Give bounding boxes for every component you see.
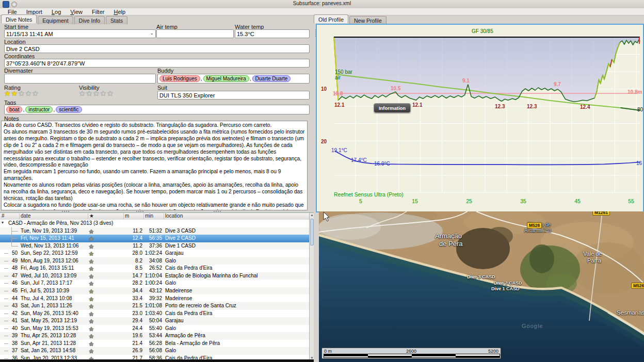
- road-badge: M526: [631, 283, 644, 289]
- air-temp-input[interactable]: [156, 29, 234, 38]
- notes-textarea[interactable]: Aula do curso CASD. Transectos c/video e…: [1, 121, 308, 210]
- start-time-combo[interactable]: 11/15/13 11:41 AM ⌄: [4, 29, 156, 38]
- table-row[interactable]: 44Thu, Jul 4, 2013 10:08★★★★★33.439:32Ma…: [0, 295, 309, 303]
- table-row[interactable]: 45Fri, Jul 5, 2013 10:39★★★★★34.443:12Ma…: [0, 287, 309, 295]
- location-input[interactable]: Dive 2 CASD: [4, 44, 310, 53]
- temperature-label: 19.1°C: [331, 147, 347, 153]
- tab-old-profile[interactable]: Old Profile: [314, 14, 348, 23]
- dive-list-scrollbar[interactable]: ▲ ▼: [309, 213, 314, 360]
- time-axis-tick: 45: [574, 198, 581, 204]
- coordinates-input[interactable]: 37°05'23.460"N 8°20'47.879"W: [4, 59, 310, 68]
- time-axis-tick: 25: [466, 198, 472, 204]
- dive-number: 47: [7, 273, 18, 278]
- menu-filter[interactable]: Filter: [87, 8, 109, 15]
- tags-input[interactable]: boat,instructor,scientific: [4, 105, 310, 114]
- table-row[interactable]: 50Sun, Sep 22, 2013 12:59★★★★★28.01:02:2…: [0, 250, 309, 257]
- chip-boat[interactable]: boat: [6, 106, 22, 113]
- chip-miguel-madureira[interactable]: Miguel Madureira: [203, 75, 249, 82]
- water-temp-input[interactable]: 15.3°C: [235, 29, 310, 38]
- table-row[interactable]: 43Sat, Jun 1, 2013 11:26★★★★★21.51:01:08…: [0, 302, 309, 310]
- star-empty-icon: ★: [79, 89, 86, 97]
- dive-location: Galo: [165, 348, 176, 353]
- scroll-up-icon[interactable]: ▲: [310, 213, 314, 217]
- dive-duration: 43:12: [131, 288, 162, 293]
- chip-instructor[interactable]: instructor: [25, 106, 53, 113]
- star-empty-icon: ★: [89, 333, 94, 340]
- star-empty-icon: ★: [89, 341, 94, 348]
- dive-list-header[interactable]: #date★mminlocation: [0, 213, 309, 220]
- temperature-label: 16.9°C: [374, 161, 390, 167]
- vis[...]-stars[interactable]: ★★★★★: [79, 90, 114, 97]
- dive-location: Madeirense: [165, 288, 192, 293]
- dive-number: 50: [7, 250, 18, 256]
- scale-max: 5200: [488, 349, 498, 354]
- menu-help[interactable]: Help: [109, 8, 130, 15]
- dive-date: Tue, Nov 19, 2013 11:39: [21, 228, 77, 234]
- tab-dive-info[interactable]: Dive Info: [74, 16, 105, 24]
- tab-new-profile[interactable]: New Profile: [349, 16, 387, 24]
- tab-stats[interactable]: Stats: [106, 16, 127, 24]
- table-row[interactable]: Tue, Nov 19, 2013 11:39★★★★★11.251:32Div…: [0, 227, 309, 235]
- menu-log[interactable]: Log: [47, 8, 66, 15]
- tab-equipment[interactable]: Equipment: [38, 16, 73, 24]
- table-row[interactable]: 37Sat, Jan 26, 2013 14:58★★★★★26.956:08G…: [0, 347, 309, 355]
- chip-luis-rodrigues[interactable]: Luis Rodrigues: [159, 75, 200, 82]
- table-row[interactable]: Fri, Nov 15, 2013 11:41★★★★★12.456:35Div…: [0, 235, 309, 242]
- road-badge: M1261: [592, 211, 610, 216]
- column-header-m[interactable]: m: [125, 213, 129, 219]
- horizontal-splitter-handle[interactable]: [214, 211, 215, 212]
- dive-number: 39: [7, 333, 18, 338]
- column-header-location[interactable]: location: [165, 213, 183, 219]
- menu-view[interactable]: View: [66, 8, 87, 15]
- dive-site-map[interactable]: Armaçãode PêraRibeira deAlcantarilhaVale…: [319, 211, 644, 362]
- star-empty-icon: ★: [89, 348, 94, 355]
- dive-date: Sun, May 26, 2013 15:40: [21, 310, 78, 316]
- buddy-input[interactable]: Luis Rodrigues,Miguel Madureira,Duarte D…: [157, 74, 310, 84]
- table-row[interactable]: Wed, Nov 13, 2013 11:06★★★★★11.237:36Div…: [0, 242, 309, 250]
- table-row[interactable]: 40Sun, May 19, 2013 15:53★★★★★24.455:40G…: [0, 325, 309, 333]
- pressure-label: 150 bar: [335, 69, 352, 75]
- road-badge: M526: [527, 222, 542, 228]
- column-header-min[interactable]: min: [145, 213, 153, 219]
- dive-date: Sun, May 19, 2013 15:53: [21, 325, 78, 331]
- table-row[interactable]: 41Sat, May 25, 2013 12:19★★★★★29.450:04G…: [0, 317, 309, 325]
- title-bar[interactable]: Subsurface: paneves.xml: [0, 0, 644, 9]
- column-header-date[interactable]: date: [21, 213, 30, 219]
- dive-trip-row[interactable]: ▾CASD - Armação de Pêra, Nov 2013 (3 div…: [0, 220, 309, 227]
- information-button[interactable]: Information: [374, 103, 411, 113]
- profile-title: GF 30/85: [472, 28, 493, 34]
- column-header-num[interactable]: #: [2, 213, 5, 219]
- dive-location: Garajau: [165, 250, 184, 256]
- dive-location: Bela - Armação de Pêra: [165, 340, 220, 346]
- time-axis-tick: 5: [359, 198, 362, 204]
- horizontal-splitter-handle[interactable]: [136, 211, 137, 212]
- dive-location: Dive 2 CASD: [165, 235, 196, 241]
- divemaster-input[interactable]: [4, 74, 156, 84]
- dive-date: Mon, Aug 19, 2013 12:06: [21, 258, 78, 264]
- dive-number: 40: [7, 325, 18, 331]
- table-row[interactable]: 38Sun, Apr 21, 2013 11:28★★★★★21.456:28B…: [0, 340, 309, 348]
- dive-number: 46: [7, 280, 18, 286]
- scrollbar-thumb[interactable]: [310, 219, 314, 245]
- rating-stars[interactable]: ★★★★★: [4, 90, 39, 97]
- suit-input[interactable]: DUI TLS 350 Explorer: [157, 91, 310, 100]
- table-row[interactable]: 48Fri, Aug 16, 2013 15:11★★★★★8.526:52Ca…: [0, 265, 309, 272]
- chip-scientific[interactable]: scientific: [56, 106, 82, 113]
- table-row[interactable]: 39Thu, Apr 25, 2013 10:28★★★★★19.653:44A…: [0, 332, 309, 340]
- table-row[interactable]: 49Mon, Aug 19, 2013 12:06★★★★★8.234:08Ga…: [0, 257, 309, 265]
- temperature-label: 16: [636, 160, 642, 166]
- table-row[interactable]: 46Sun, Jul 7, 2013 17:17★★★★★28.21:00:24…: [0, 279, 309, 287]
- horizontal-splitter-handle[interactable]: [62, 211, 63, 212]
- place-label: Parra: [587, 257, 601, 264]
- dive-list-rows: ▾CASD - Armação de Pêra, Nov 2013 (3 div…: [0, 220, 309, 360]
- table-row[interactable]: 42Sun, May 26, 2013 15:40★★★★★23.01:03:4…: [0, 310, 309, 318]
- depth-annotation: 10.5: [391, 86, 400, 91]
- tab-dive-notes[interactable]: Dive Notes: [1, 14, 37, 23]
- star-filled-icon: ★: [4, 89, 11, 97]
- expander-icon[interactable]: ▾: [2, 220, 4, 225]
- column-header-stars[interactable]: ★: [89, 213, 94, 219]
- table-row[interactable]: 47Wed, Jul 10, 2013 13:09★★★★★14.71:10:0…: [0, 272, 309, 280]
- depth-annotation: 12.1: [334, 102, 344, 108]
- chip-duarte-duarte[interactable]: Duarte Duarte: [252, 75, 291, 82]
- coordinates-value: 37°05'23.460"N 8°20'47.879"W: [6, 60, 85, 67]
